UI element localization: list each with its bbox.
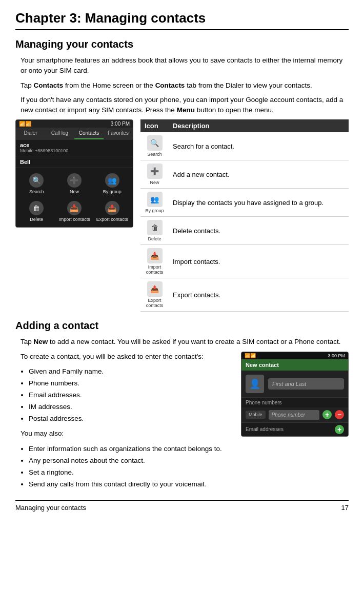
phone-grid-delete[interactable]: 🗑 Delete	[18, 198, 55, 225]
delete-icon-label: Delete	[148, 236, 161, 241]
para2-mid: from the Home screen or the	[63, 81, 155, 89]
bygroup-icon-box: 👥 By group	[145, 192, 164, 213]
nc-remove-phone-button[interactable]: −	[335, 410, 344, 419]
contact-row-bell: Bell	[16, 156, 133, 168]
phone-icons-grid: 🔍 Search ➕ New 👥 By group 🗑 Delete 📥	[16, 168, 133, 227]
contact-label: Mobile	[20, 148, 34, 153]
footer-right: 17	[341, 504, 349, 512]
import-icon-img: 📥	[147, 248, 163, 263]
export-icon: 📤	[105, 201, 119, 215]
desc-new: Add a new contact.	[169, 160, 349, 189]
table-row: 📥 Import contacts Import contacts.	[140, 245, 349, 278]
nc-name-input[interactable]: First and Last	[268, 378, 344, 390]
new-icon-box: ➕ New	[147, 163, 163, 185]
tab-calllog[interactable]: Call log	[45, 128, 74, 139]
bullet-list-2: Enter information such as organizations …	[15, 443, 349, 490]
phone-tabs: Dialer Call log Contacts Favorites	[16, 128, 133, 139]
contact-num-ace: Mobile +886983100100	[20, 148, 129, 153]
phone-new-contact: 📶📶 3:00 PM New contact 👤 First and Last …	[241, 352, 349, 437]
grid-label-bygroup: By group	[103, 189, 122, 194]
adding-para1-prefix: Tap	[21, 338, 34, 345]
grid-label-export: Export contacts	[96, 217, 128, 222]
delete-icon-box: 🗑 Delete	[147, 220, 163, 241]
tab-dialer[interactable]: Dialer	[16, 128, 45, 139]
grid-label-import: Import contacts	[58, 217, 90, 222]
grid-label-search: Search	[29, 189, 44, 194]
nc-status-icons: 📶📶	[245, 353, 256, 358]
tab-favorites[interactable]: Favorites	[104, 128, 133, 139]
desc-import: Import contacts.	[169, 245, 349, 278]
email-section-label: Email addresses	[246, 426, 284, 432]
desc-delete: Delete contacts.	[169, 217, 349, 245]
desc-export: Export contacts.	[169, 278, 349, 312]
table-row: 👥 By group Display the contacts you have…	[140, 189, 349, 217]
bygroup-icon-img: 👥	[147, 192, 163, 207]
para3-suffix: button to open the menu.	[195, 106, 274, 114]
adding-para1-suffix: to add a new contact. You will be asked …	[48, 338, 340, 345]
import-icon: 📥	[67, 201, 82, 215]
nc-title-bar: New contact	[241, 359, 348, 371]
table-row: 📤 Export contacts Export contacts.	[140, 278, 349, 312]
export-icon-img: 📤	[147, 281, 163, 297]
delete-icon: 🗑	[29, 201, 44, 215]
icon-cell-bygroup: 👥 By group	[140, 189, 169, 217]
table-header-desc: Description	[169, 119, 349, 132]
tab-contacts[interactable]: Contacts	[74, 128, 104, 139]
status-time: 3:00 PM	[111, 121, 130, 127]
managing-para1: Your smartphone features an address book…	[15, 55, 349, 76]
list-item: Given and Family name.	[29, 366, 233, 378]
phone-status-bar: 📶📶 3:00 PM	[16, 120, 133, 128]
icon-cell-search: 🔍 Search	[140, 132, 169, 160]
import-icon-box: 📥 Import contacts	[145, 248, 165, 275]
desc-search: Search for a contact.	[169, 132, 349, 160]
nc-email-section: Email addresses +	[241, 422, 348, 436]
adding-section: Adding a contact Tap New to add a new co…	[15, 320, 349, 490]
search-icon-box: 🔍 Search	[147, 135, 163, 157]
nc-phone-input[interactable]: Phone number	[269, 410, 319, 420]
desc-bygroup: Display the contacts you have assigned t…	[169, 189, 349, 217]
nc-add-phone-button[interactable]: +	[322, 410, 332, 419]
adding-left-col: To create a contact, you will be asked t…	[15, 352, 233, 443]
managing-section-title: Managing your contacts	[15, 38, 349, 50]
contact-number: +886983100100	[35, 148, 68, 153]
you-may-also: You may also:	[15, 428, 233, 439]
para2-suffix: tab from the Dialer to view your contact…	[185, 81, 312, 89]
phone-grid-export[interactable]: 📤 Export contacts	[93, 198, 131, 225]
page-footer: Managing your contacts 17	[15, 500, 349, 512]
contact-name-bell: Bell	[20, 159, 129, 165]
footer-left: Managing your contacts	[15, 504, 86, 512]
phone-screenshot: 📶📶 3:00 PM Dialer Call log Contacts Favo…	[15, 119, 133, 228]
search-icon: 🔍	[29, 173, 44, 188]
bullet-list-1: Given and Family name. Phone numbers. Em…	[15, 366, 233, 425]
phone-grid-new[interactable]: ➕ New	[56, 170, 93, 197]
import-icon-label: Import contacts	[145, 264, 165, 275]
list-item: Postal addresses.	[29, 413, 233, 425]
nc-add-email-button[interactable]: +	[335, 425, 344, 434]
phone-grid-search[interactable]: 🔍 Search	[18, 170, 55, 197]
managing-para3: If you don't have any contacts stored on…	[15, 95, 349, 116]
grid-label-delete: Delete	[30, 217, 43, 222]
list-item: Set a ringtone.	[29, 467, 349, 479]
icons-table: Icon Description 🔍 Search Search for a c…	[140, 119, 349, 312]
icon-cell-export: 📤 Export contacts	[140, 278, 169, 312]
page-container: Chapter 3: Managing contacts Managing yo…	[0, 0, 364, 522]
adding-para2: To create a contact, you will be asked t…	[15, 352, 233, 362]
para2-prefix: Tap	[21, 81, 34, 89]
nc-phone-row: Mobile Phone number + −	[241, 407, 348, 422]
nc-status-time: 3:00 PM	[328, 353, 345, 358]
phone-grid-bygroup[interactable]: 👥 By group	[93, 170, 131, 197]
nc-status-bar: 📶📶 3:00 PM	[241, 352, 348, 359]
phone-section-label: Phone numbers	[246, 400, 282, 405]
contact-name-ace: ace	[20, 142, 129, 148]
adding-para1: Tap New to add a new contact. You will b…	[15, 337, 349, 347]
para3-bold: Menu	[177, 106, 195, 114]
contact-row-ace: ace Mobile +886983100100	[16, 139, 133, 156]
list-item: Email addresses.	[29, 390, 233, 401]
phone-grid-import[interactable]: 📥 Import contacts	[56, 198, 93, 225]
table-row: 🔍 Search Search for a contact.	[140, 132, 349, 160]
adding-section-title: Adding a contact	[15, 320, 349, 332]
para2-bold1: Contacts	[34, 81, 64, 89]
nc-phone-type[interactable]: Mobile	[246, 411, 266, 419]
delete-icon-img: 🗑	[147, 220, 163, 235]
adding-two-col: To create a contact, you will be asked t…	[15, 352, 349, 443]
